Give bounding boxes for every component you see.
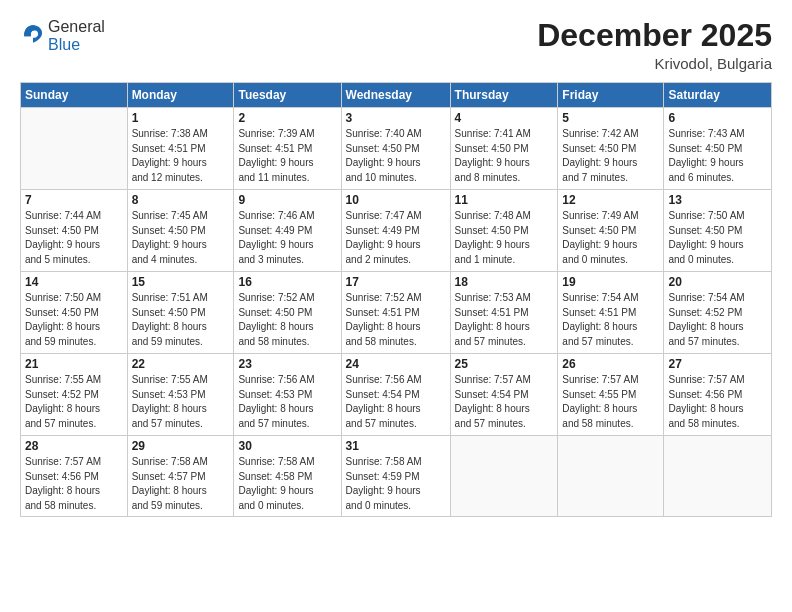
weekday-header-sunday: Sunday <box>21 83 128 108</box>
day-number: 8 <box>132 193 230 207</box>
day-number: 17 <box>346 275 446 289</box>
header: General Blue December 2025 Krivodol, Bul… <box>20 18 772 72</box>
day-number: 13 <box>668 193 767 207</box>
calendar-cell: 1Sunrise: 7:38 AMSunset: 4:51 PMDaylight… <box>127 108 234 190</box>
weekday-header-friday: Friday <box>558 83 664 108</box>
week-row-3: 21Sunrise: 7:55 AMSunset: 4:52 PMDayligh… <box>21 354 772 436</box>
weekday-header-tuesday: Tuesday <box>234 83 341 108</box>
day-info: Sunrise: 7:43 AMSunset: 4:50 PMDaylight:… <box>668 127 767 185</box>
calendar-cell: 29Sunrise: 7:58 AMSunset: 4:57 PMDayligh… <box>127 436 234 517</box>
day-info: Sunrise: 7:42 AMSunset: 4:50 PMDaylight:… <box>562 127 659 185</box>
day-info: Sunrise: 7:38 AMSunset: 4:51 PMDaylight:… <box>132 127 230 185</box>
calendar-cell: 11Sunrise: 7:48 AMSunset: 4:50 PMDayligh… <box>450 190 558 272</box>
calendar: SundayMondayTuesdayWednesdayThursdayFrid… <box>20 82 772 517</box>
calendar-cell: 14Sunrise: 7:50 AMSunset: 4:50 PMDayligh… <box>21 272 128 354</box>
weekday-header-row: SundayMondayTuesdayWednesdayThursdayFrid… <box>21 83 772 108</box>
day-info: Sunrise: 7:58 AMSunset: 4:57 PMDaylight:… <box>132 455 230 513</box>
day-number: 1 <box>132 111 230 125</box>
day-info: Sunrise: 7:50 AMSunset: 4:50 PMDaylight:… <box>25 291 123 349</box>
calendar-cell: 10Sunrise: 7:47 AMSunset: 4:49 PMDayligh… <box>341 190 450 272</box>
calendar-cell: 2Sunrise: 7:39 AMSunset: 4:51 PMDaylight… <box>234 108 341 190</box>
day-number: 6 <box>668 111 767 125</box>
calendar-cell: 23Sunrise: 7:56 AMSunset: 4:53 PMDayligh… <box>234 354 341 436</box>
calendar-cell: 7Sunrise: 7:44 AMSunset: 4:50 PMDaylight… <box>21 190 128 272</box>
day-number: 15 <box>132 275 230 289</box>
calendar-cell: 20Sunrise: 7:54 AMSunset: 4:52 PMDayligh… <box>664 272 772 354</box>
day-info: Sunrise: 7:52 AMSunset: 4:51 PMDaylight:… <box>346 291 446 349</box>
day-info: Sunrise: 7:47 AMSunset: 4:49 PMDaylight:… <box>346 209 446 267</box>
day-number: 26 <box>562 357 659 371</box>
day-number: 28 <box>25 439 123 453</box>
day-number: 23 <box>238 357 336 371</box>
day-info: Sunrise: 7:55 AMSunset: 4:52 PMDaylight:… <box>25 373 123 431</box>
calendar-cell: 16Sunrise: 7:52 AMSunset: 4:50 PMDayligh… <box>234 272 341 354</box>
day-info: Sunrise: 7:41 AMSunset: 4:50 PMDaylight:… <box>455 127 554 185</box>
calendar-cell: 17Sunrise: 7:52 AMSunset: 4:51 PMDayligh… <box>341 272 450 354</box>
weekday-header-wednesday: Wednesday <box>341 83 450 108</box>
day-info: Sunrise: 7:40 AMSunset: 4:50 PMDaylight:… <box>346 127 446 185</box>
calendar-cell: 4Sunrise: 7:41 AMSunset: 4:50 PMDaylight… <box>450 108 558 190</box>
logo-blue: Blue <box>48 36 80 53</box>
day-number: 22 <box>132 357 230 371</box>
day-info: Sunrise: 7:53 AMSunset: 4:51 PMDaylight:… <box>455 291 554 349</box>
calendar-cell: 8Sunrise: 7:45 AMSunset: 4:50 PMDaylight… <box>127 190 234 272</box>
day-number: 29 <box>132 439 230 453</box>
day-info: Sunrise: 7:57 AMSunset: 4:55 PMDaylight:… <box>562 373 659 431</box>
calendar-cell <box>21 108 128 190</box>
day-info: Sunrise: 7:56 AMSunset: 4:54 PMDaylight:… <box>346 373 446 431</box>
page: General Blue December 2025 Krivodol, Bul… <box>0 0 792 612</box>
day-info: Sunrise: 7:54 AMSunset: 4:52 PMDaylight:… <box>668 291 767 349</box>
calendar-cell: 21Sunrise: 7:55 AMSunset: 4:52 PMDayligh… <box>21 354 128 436</box>
day-info: Sunrise: 7:55 AMSunset: 4:53 PMDaylight:… <box>132 373 230 431</box>
day-info: Sunrise: 7:45 AMSunset: 4:50 PMDaylight:… <box>132 209 230 267</box>
day-number: 5 <box>562 111 659 125</box>
calendar-cell: 3Sunrise: 7:40 AMSunset: 4:50 PMDaylight… <box>341 108 450 190</box>
calendar-cell: 5Sunrise: 7:42 AMSunset: 4:50 PMDaylight… <box>558 108 664 190</box>
weekday-header-saturday: Saturday <box>664 83 772 108</box>
calendar-cell: 13Sunrise: 7:50 AMSunset: 4:50 PMDayligh… <box>664 190 772 272</box>
day-number: 11 <box>455 193 554 207</box>
calendar-cell: 22Sunrise: 7:55 AMSunset: 4:53 PMDayligh… <box>127 354 234 436</box>
day-number: 21 <box>25 357 123 371</box>
day-info: Sunrise: 7:56 AMSunset: 4:53 PMDaylight:… <box>238 373 336 431</box>
calendar-cell: 19Sunrise: 7:54 AMSunset: 4:51 PMDayligh… <box>558 272 664 354</box>
logo-general: General <box>48 18 105 35</box>
week-row-0: 1Sunrise: 7:38 AMSunset: 4:51 PMDaylight… <box>21 108 772 190</box>
day-info: Sunrise: 7:57 AMSunset: 4:56 PMDaylight:… <box>668 373 767 431</box>
day-number: 18 <box>455 275 554 289</box>
day-number: 10 <box>346 193 446 207</box>
day-info: Sunrise: 7:50 AMSunset: 4:50 PMDaylight:… <box>668 209 767 267</box>
day-info: Sunrise: 7:49 AMSunset: 4:50 PMDaylight:… <box>562 209 659 267</box>
logo: General Blue <box>20 18 105 54</box>
calendar-cell: 15Sunrise: 7:51 AMSunset: 4:50 PMDayligh… <box>127 272 234 354</box>
month-year: December 2025 <box>537 18 772 53</box>
day-number: 9 <box>238 193 336 207</box>
week-row-2: 14Sunrise: 7:50 AMSunset: 4:50 PMDayligh… <box>21 272 772 354</box>
week-row-4: 28Sunrise: 7:57 AMSunset: 4:56 PMDayligh… <box>21 436 772 517</box>
day-number: 7 <box>25 193 123 207</box>
logo-icon <box>22 23 44 45</box>
calendar-cell: 31Sunrise: 7:58 AMSunset: 4:59 PMDayligh… <box>341 436 450 517</box>
day-number: 30 <box>238 439 336 453</box>
day-number: 24 <box>346 357 446 371</box>
day-number: 20 <box>668 275 767 289</box>
calendar-cell <box>450 436 558 517</box>
calendar-cell: 30Sunrise: 7:58 AMSunset: 4:58 PMDayligh… <box>234 436 341 517</box>
calendar-cell: 12Sunrise: 7:49 AMSunset: 4:50 PMDayligh… <box>558 190 664 272</box>
day-info: Sunrise: 7:39 AMSunset: 4:51 PMDaylight:… <box>238 127 336 185</box>
weekday-header-monday: Monday <box>127 83 234 108</box>
calendar-cell: 18Sunrise: 7:53 AMSunset: 4:51 PMDayligh… <box>450 272 558 354</box>
day-info: Sunrise: 7:54 AMSunset: 4:51 PMDaylight:… <box>562 291 659 349</box>
location: Krivodol, Bulgaria <box>537 55 772 72</box>
day-number: 27 <box>668 357 767 371</box>
calendar-cell <box>558 436 664 517</box>
day-number: 19 <box>562 275 659 289</box>
day-info: Sunrise: 7:57 AMSunset: 4:54 PMDaylight:… <box>455 373 554 431</box>
day-info: Sunrise: 7:44 AMSunset: 4:50 PMDaylight:… <box>25 209 123 267</box>
day-info: Sunrise: 7:57 AMSunset: 4:56 PMDaylight:… <box>25 455 123 513</box>
day-number: 4 <box>455 111 554 125</box>
week-row-1: 7Sunrise: 7:44 AMSunset: 4:50 PMDaylight… <box>21 190 772 272</box>
calendar-cell: 9Sunrise: 7:46 AMSunset: 4:49 PMDaylight… <box>234 190 341 272</box>
logo-text: General Blue <box>48 18 105 54</box>
calendar-cell: 27Sunrise: 7:57 AMSunset: 4:56 PMDayligh… <box>664 354 772 436</box>
